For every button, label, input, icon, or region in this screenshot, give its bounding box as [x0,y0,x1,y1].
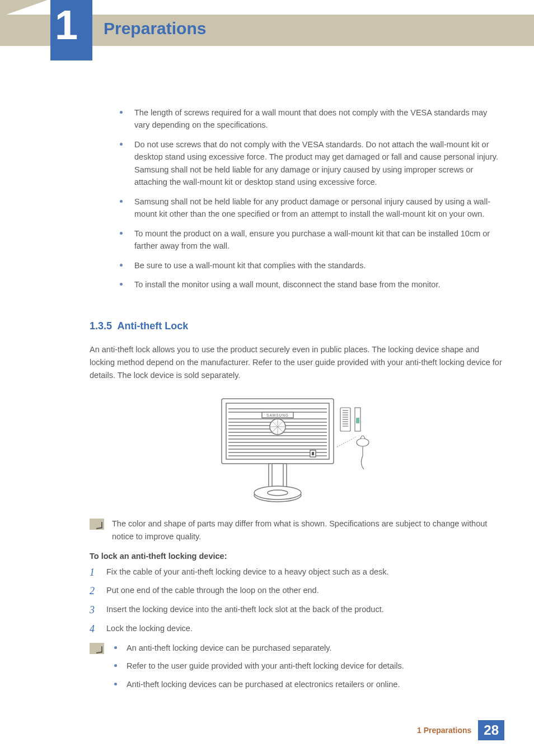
step-item: Lock the locking device. [90,623,504,635]
list-item: The length of screws required for a wall… [118,106,504,132]
footer-breadcrumb: 1 Preparations [417,726,471,735]
warning-list: The length of screws required for a wall… [118,106,504,291]
page-number: 28 [478,720,504,740]
svg-rect-10 [356,418,359,423]
note-icon [90,643,104,654]
svg-point-46 [268,490,288,496]
list-item: To install the monitor using a wall moun… [118,278,504,291]
step-item: Put one end of the cable through the loo… [90,585,504,597]
note-text: An anti-theft locking device can be purc… [112,642,404,696]
list-item: Samsung shall not be held liable for any… [118,195,504,221]
list-item: Do not use screws that do not comply wit… [118,138,504,189]
note-icon [90,519,104,530]
section-heading: 1.3.5 Anti-theft Lock [90,320,504,332]
section-title: Anti-theft Lock [117,320,188,332]
monitor-lock-figure: SAMSUNG [210,395,384,506]
note-list: An anti-theft locking device can be purc… [112,642,404,690]
note-text: The color and shape of parts may differ … [112,517,504,543]
chapter-title: Preparations [104,19,206,38]
note-block: An anti-theft locking device can be purc… [90,642,504,696]
chapter-number: 1 [55,1,78,49]
figure-brand-label: SAMSUNG [266,413,289,417]
list-item: Refer to the user guide provided with yo… [112,660,404,672]
page-footer: 1 Preparations 28 [417,720,504,740]
svg-rect-40 [312,452,314,455]
list-item: Be sure to use a wall-mount kit that com… [118,259,504,272]
page-content: The length of screws required for a wall… [90,106,504,704]
note-block: The color and shape of parts may differ … [90,517,504,543]
list-item: An anti-theft locking device can be purc… [112,642,404,654]
howto-title: To lock an anti-theft locking device: [90,552,504,561]
step-item: Fix the cable of your anti-theft locking… [90,566,504,578]
step-item: Insert the locking device into the anti-… [90,604,504,616]
section-intro: An anti-theft lock allows you to use the… [90,343,504,382]
section-number: 1.3.5 [90,320,112,332]
list-item: To mount the product on a wall, ensure y… [118,227,504,253]
svg-point-11 [357,438,369,446]
svg-rect-41 [269,464,287,487]
list-item: Anti-theft locking devices can be purcha… [112,678,404,690]
steps-list: Fix the cable of your anti-theft locking… [90,566,504,635]
